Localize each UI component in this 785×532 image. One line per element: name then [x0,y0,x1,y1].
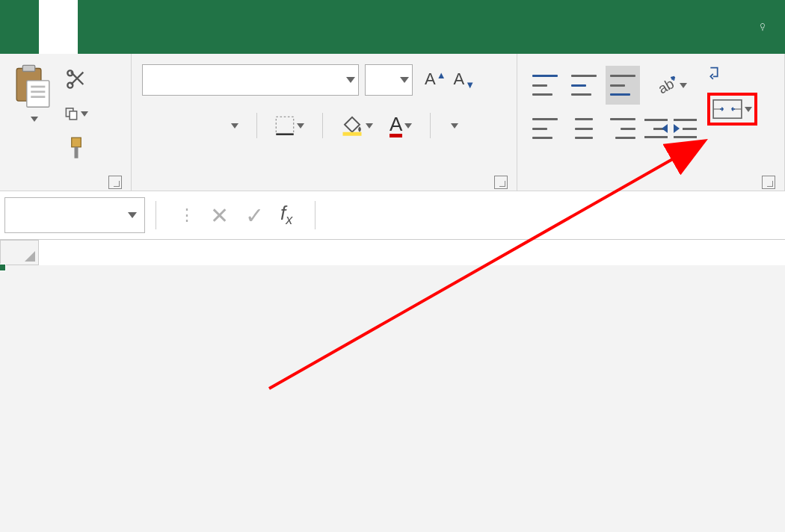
group-font: A▲ A▼ [132,54,517,191]
wrap-arrow-icon [709,66,719,84]
align-middle-button[interactable] [567,66,601,105]
tell-me-bulb-icon[interactable] [740,0,785,54]
merge-cells-icon [712,98,742,120]
font-launcher[interactable] [494,176,508,189]
font-color-button[interactable]: A [390,114,412,137]
clipboard-paste-icon [12,64,54,109]
ribbon-tabs [0,0,785,54]
chevron-down-icon [346,77,355,83]
tab-home[interactable] [39,0,78,54]
copy-button[interactable] [64,102,88,126]
cut-button[interactable] [64,67,88,91]
paste-button[interactable] [4,58,61,122]
align-center-button[interactable] [567,109,601,148]
group-clipboard [0,54,132,191]
orientation-button[interactable]: ab [644,66,697,105]
merge-center-button[interactable] [707,93,757,126]
cancel-button[interactable]: ✕ [210,202,229,229]
copy-icon [64,104,78,123]
svg-rect-9 [70,111,77,120]
indent-buttons [644,109,697,148]
selection-outline [0,265,4,270]
orientation-icon: ab [655,74,677,96]
chevron-down-icon [400,77,409,83]
fill-color-button[interactable] [341,115,373,136]
ribbon: A▲ A▼ [0,54,785,191]
increase-font-size-button[interactable]: A▲ [425,69,446,90]
increase-indent-button[interactable] [674,119,697,138]
tab-help[interactable] [311,0,350,54]
name-box[interactable] [4,197,145,233]
bold-button[interactable] [148,112,172,139]
vertical-dots-icon[interactable]: ⋮ [179,205,194,225]
brush-icon [67,137,86,159]
svg-rect-2 [27,81,49,107]
align-left-button[interactable] [528,109,562,148]
tab-review[interactable] [233,0,272,54]
tab-data[interactable] [194,0,233,54]
format-painter-button[interactable] [64,136,88,160]
enter-button[interactable]: ✓ [245,202,264,229]
svg-point-7 [67,70,73,75]
formula-input[interactable] [326,197,781,233]
align-top-button[interactable] [528,66,562,105]
insert-function-button[interactable]: fx [280,202,292,228]
tab-file[interactable] [0,0,39,54]
svg-rect-14 [343,132,362,136]
align-bottom-button[interactable] [606,66,640,105]
pinyin-guide-button[interactable] [449,123,458,129]
borders-button[interactable] [275,116,304,135]
font-name-combo[interactable] [142,64,359,96]
align-right-button[interactable] [606,109,640,148]
svg-rect-11 [75,147,78,158]
wrap-text-button[interactable] [707,66,757,84]
border-icon [275,116,295,135]
svg-rect-12 [276,117,293,134]
decrease-font-size-button[interactable]: A▼ [454,69,475,90]
svg-rect-10 [72,137,81,147]
svg-rect-1 [22,65,34,71]
worksheet-grid [0,240,785,265]
alignment-launcher[interactable] [762,176,775,189]
paint-bucket-icon [341,115,363,136]
svg-point-6 [67,83,73,88]
italic-button[interactable] [188,112,212,139]
font-size-combo[interactable] [365,64,413,96]
select-all-button[interactable] [0,240,39,265]
clipboard-launcher[interactable] [108,176,122,189]
scissors-icon [66,69,87,90]
group-alignment: ab [517,54,785,191]
tab-page-layout[interactable] [117,0,156,54]
tab-insert[interactable] [78,0,117,54]
formula-bar: ⋮ ✕ ✓ fx [0,191,785,240]
decrease-indent-button[interactable] [644,119,668,138]
chevron-down-icon [128,212,137,218]
underline-button[interactable] [229,123,238,129]
tab-formulas[interactable] [156,0,194,54]
tab-view[interactable] [272,0,311,54]
